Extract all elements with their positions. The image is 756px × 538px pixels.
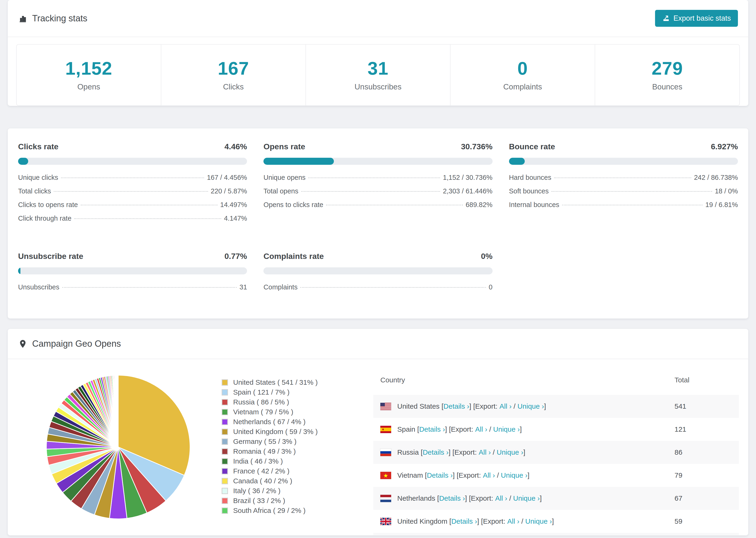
- export-all-link[interactable]: All ›: [475, 425, 487, 433]
- table-row-ru: Russia [Details ›] [Export: All › / Uniq…: [373, 441, 739, 464]
- details-link[interactable]: Details ›: [423, 448, 449, 456]
- legend-item-spain[interactable]: Spain ( 121 / 7% ): [222, 387, 344, 397]
- legend-item-vietnam[interactable]: Vietnam ( 79 / 5% ): [222, 407, 344, 417]
- rate-detail-label: Total clicks: [18, 187, 51, 195]
- slash: /: [491, 448, 497, 456]
- geo-table: Country Total United States [Details ›] …: [373, 368, 739, 535]
- rate-detail-rows: Complaints0: [263, 283, 492, 297]
- legend-item-united-kingdom[interactable]: United Kingdom ( 59 / 3% ): [222, 427, 344, 437]
- export-unique-link[interactable]: Unique ›: [493, 425, 520, 433]
- bracket: [Export:: [473, 402, 499, 410]
- geo-opens-card: Campaign Geo Opens United States ( 541 /…: [8, 329, 748, 535]
- export-unique-link[interactable]: Unique ›: [513, 494, 540, 502]
- export-unique-link[interactable]: Unique ›: [501, 471, 527, 479]
- legend-item-romania[interactable]: Romania ( 49 / 3% ): [222, 447, 344, 456]
- summary-box-unsubscribes: 31Unsubscribes: [305, 45, 450, 105]
- slash: /: [487, 425, 493, 433]
- legend-item-italy[interactable]: Italy ( 36 / 2% ): [222, 486, 344, 496]
- export-all-link[interactable]: All ›: [479, 448, 491, 456]
- rate-title: Clicks rate: [18, 142, 58, 151]
- details-link[interactable]: Details ›: [444, 402, 469, 410]
- rate-section-opens-rate: Opens rate30.736%Unique opens1,152 / 30.…: [263, 142, 492, 228]
- details-link[interactable]: Details ›: [439, 494, 465, 502]
- legend-swatch: [222, 508, 228, 514]
- export-basic-stats-button[interactable]: Export basic stats: [655, 10, 738, 27]
- country-cell-content: United States [Details ›] [Export: All ›…: [380, 402, 662, 410]
- rate-detail-label: Total opens: [263, 187, 298, 195]
- summary-row: 1,152Opens167Clicks31Unsubscribes0Compla…: [16, 44, 740, 106]
- geo-pie-chart[interactable]: [45, 374, 191, 521]
- rate-progress-fill: [18, 158, 28, 165]
- country-cell: United States [Details ›] [Export: All ›…: [373, 395, 668, 418]
- details-link[interactable]: Details ›: [451, 517, 477, 525]
- export-all-link[interactable]: All ›: [495, 494, 507, 502]
- legend-swatch: [222, 458, 228, 464]
- export-all-link[interactable]: All ›: [483, 471, 495, 479]
- dotted-leader: [552, 191, 712, 192]
- export-unique-link[interactable]: Unique ›: [497, 448, 523, 456]
- export-all-link[interactable]: All ›: [499, 402, 512, 410]
- export-icon: [662, 14, 670, 22]
- rates-grid: Clicks rate4.46%Unique clicks167 / 4.456…: [8, 129, 748, 319]
- country-cell: Germany [Details ›] [Export: All › / Uni…: [373, 533, 668, 535]
- rate-header: Unsubscribe rate0.77%: [18, 252, 247, 261]
- legend-swatch: [222, 379, 228, 386]
- table-row-us: United States [Details ›] [Export: All ›…: [373, 395, 739, 418]
- legend-item-germany[interactable]: Germany ( 55 / 3% ): [222, 437, 344, 447]
- country-cell: Russia [Details ›] [Export: All › / Uniq…: [373, 441, 668, 464]
- rate-detail-label: Unique opens: [263, 174, 305, 182]
- dotted-leader: [300, 287, 486, 288]
- geo-opens-title: Campaign Geo Opens: [18, 339, 121, 349]
- legend-item-united-states[interactable]: United States ( 541 / 31% ): [222, 377, 344, 387]
- bracket: [: [417, 425, 419, 433]
- summary-label: Bounces: [595, 82, 739, 91]
- bracket: ]: [544, 402, 546, 410]
- rate-progress-fill: [18, 267, 21, 274]
- rate-detail-row: Clicks to opens rate14.497%: [18, 201, 247, 215]
- legend-swatch: [222, 448, 228, 455]
- geo-table-wrap: Country Total United States [Details ›] …: [373, 368, 739, 535]
- country-cell-content: Russia [Details ›] [Export: All › / Uniq…: [380, 448, 662, 456]
- pie-legend: United States ( 541 / 31% )Spain ( 121 /…: [222, 377, 344, 515]
- rate-title: Bounce rate: [509, 142, 555, 151]
- country-name: Netherlands: [397, 494, 437, 502]
- bracket: ]: [453, 471, 457, 479]
- flag-us-icon: [380, 403, 391, 410]
- details-link[interactable]: Details ›: [419, 425, 445, 433]
- details-link[interactable]: Details ›: [427, 471, 453, 479]
- legend-swatch: [222, 429, 228, 435]
- rate-detail-value: 220 / 5.87%: [211, 187, 247, 195]
- summary-box-complaints: 0Complaints: [450, 45, 595, 105]
- legend-label: Canada ( 40 / 2% ): [233, 477, 292, 485]
- legend-item-south-africa[interactable]: South Africa ( 29 / 2% ): [222, 506, 344, 515]
- rate-progress-fill: [509, 158, 525, 165]
- export-all-link[interactable]: All ›: [507, 517, 519, 525]
- rate-section-unsubscribe-rate: Unsubscribe rate0.77%Unsubscribes31: [18, 252, 247, 297]
- dotted-leader: [81, 205, 217, 205]
- legend-swatch: [222, 498, 228, 504]
- legend-label: South Africa ( 29 / 2% ): [233, 507, 305, 514]
- export-unique-link[interactable]: Unique ›: [517, 402, 544, 410]
- legend-item-india[interactable]: India ( 46 / 3% ): [222, 456, 344, 466]
- bracket: [: [425, 471, 427, 479]
- legend-swatch: [222, 439, 228, 445]
- country-cell-content: Vietnam [Details ›] [Export: All › / Uni…: [380, 471, 662, 479]
- dotted-leader: [61, 178, 204, 178]
- legend-label: Brazil ( 33 / 2% ): [233, 497, 285, 505]
- dotted-leader: [326, 205, 463, 205]
- country-name: United States: [397, 402, 441, 410]
- legend-item-france[interactable]: France ( 42 / 2% ): [222, 466, 344, 476]
- country-total: 121: [668, 418, 739, 441]
- legend-item-russia[interactable]: Russia ( 86 / 5% ): [222, 397, 344, 407]
- legend-item-brazil[interactable]: Brazil ( 33 / 2% ): [222, 496, 344, 506]
- export-unique-link[interactable]: Unique ›: [525, 517, 552, 525]
- rate-detail-label: Opens to clicks rate: [263, 201, 323, 209]
- country-name: Spain: [397, 425, 417, 433]
- country-total: 79: [668, 464, 739, 487]
- table-row-es: Spain [Details ›] [Export: All › / Uniqu…: [373, 418, 739, 441]
- pie-svg[interactable]: [45, 374, 191, 520]
- summary-value: 31: [306, 58, 450, 79]
- legend-item-canada[interactable]: Canada ( 40 / 2% ): [222, 476, 344, 486]
- legend-item-netherlands[interactable]: Netherlands ( 67 / 4% ): [222, 417, 344, 427]
- country-total: 541: [668, 395, 739, 418]
